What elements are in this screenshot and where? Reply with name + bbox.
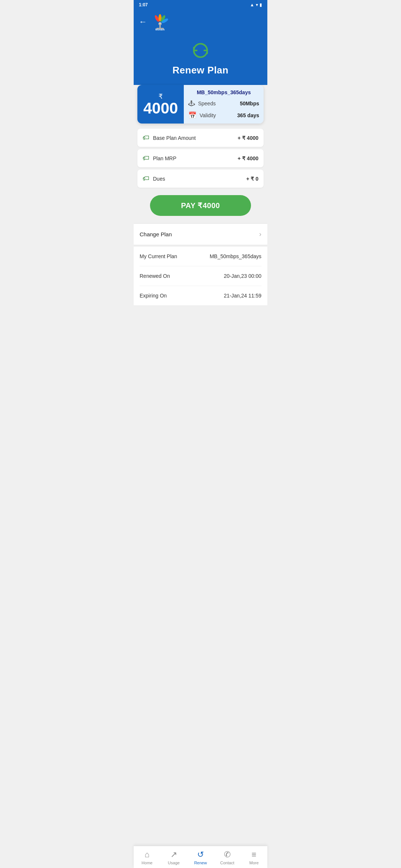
renewed-on-label: Renewed On [140, 273, 170, 279]
signal-icon: ▲ [250, 2, 254, 7]
dues-value: + ₹ 0 [246, 176, 258, 182]
current-plan-value: MB_50mbps_365days [210, 253, 261, 259]
page-title: Renew Plan [173, 65, 229, 76]
wifi-icon: ▾ [256, 2, 258, 7]
base-plan-row: 🏷 Base Plan Amount + ₹ 4000 [137, 129, 264, 147]
back-button[interactable]: ← [139, 17, 147, 27]
battery-icon: ▮ [260, 2, 262, 7]
pay-button-container: PAY ₹4000 [137, 195, 264, 216]
logo-container: Monark Internet [151, 13, 169, 31]
status-bar: 1:07 ▲ ▾ ▮ [134, 0, 267, 10]
speed-value: 50Mbps [240, 101, 259, 106]
plan-price: 4000 [143, 101, 178, 116]
validity-label: Validity [199, 112, 237, 118]
hero-section: Renew Plan [134, 34, 267, 85]
dues-row: 🏷 Dues + ₹ 0 [137, 170, 264, 188]
expiring-on-value: 21-Jan,24 11:59 [224, 293, 261, 299]
validity-icon: 📅 [188, 111, 196, 119]
speed-label: Speeds [198, 101, 239, 106]
renewed-on-row: Renewed On 20-Jan,23 00:00 [140, 266, 261, 286]
speed-icon: 🕹 [188, 100, 195, 108]
chevron-right-icon: › [259, 230, 261, 238]
status-time: 1:07 [139, 2, 148, 7]
base-plan-icon: 🏷 [143, 134, 149, 142]
dues-icon: 🏷 [143, 175, 149, 183]
current-plan-label: My Current Plan [140, 253, 177, 259]
status-icons: ▲ ▾ ▮ [250, 2, 262, 7]
monark-logo: Monark Internet [151, 13, 169, 31]
plan-card: ₹ 4000 MB_50mbps_365days 🕹 Speeds 50Mbps… [137, 85, 264, 124]
bottom-padding [134, 305, 267, 331]
base-plan-value: + ₹ 4000 [238, 135, 258, 141]
renewed-on-value: 20-Jan,23 00:00 [224, 273, 261, 279]
change-plan-row[interactable]: Change Plan › [134, 223, 267, 245]
speed-row: 🕹 Speeds 50Mbps [188, 100, 259, 108]
renew-icon [190, 40, 211, 61]
plan-mrp-label: Plan MRP [153, 155, 238, 161]
plan-mrp-icon: 🏷 [143, 154, 149, 162]
header: ← Monark Internet [134, 10, 267, 34]
plan-mrp-value: + ₹ 4000 [238, 155, 258, 161]
expiring-on-label: Expiring On [140, 293, 167, 299]
base-plan-label: Base Plan Amount [153, 135, 238, 141]
summary-section: 🏷 Base Plan Amount + ₹ 4000 🏷 Plan MRP +… [137, 129, 264, 188]
current-plan-row: My Current Plan MB_50mbps_365days [140, 247, 261, 266]
validity-row: 📅 Validity 365 days [188, 111, 259, 119]
plan-details-block: MB_50mbps_365days 🕹 Speeds 50Mbps 📅 Vali… [184, 85, 264, 124]
plan-price-block: ₹ 4000 [137, 85, 184, 124]
plan-name: MB_50mbps_365days [188, 89, 259, 95]
validity-value: 365 days [237, 112, 259, 118]
dues-label: Dues [153, 176, 246, 182]
expiring-on-row: Expiring On 21-Jan,24 11:59 [140, 286, 261, 305]
svg-text:Monark: Monark [156, 28, 165, 31]
change-plan-label: Change Plan [140, 231, 259, 237]
plan-mrp-row: 🏷 Plan MRP + ₹ 4000 [137, 149, 264, 167]
pay-button[interactable]: PAY ₹4000 [150, 195, 251, 216]
svg-rect-5 [159, 24, 161, 28]
info-section: My Current Plan MB_50mbps_365days Renewe… [134, 247, 267, 305]
